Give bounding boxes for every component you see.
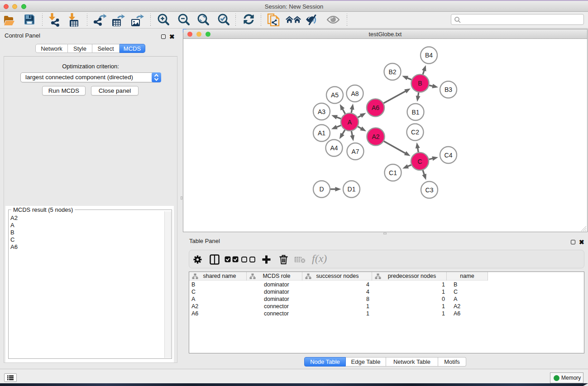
svg-text:C: C — [417, 158, 422, 165]
svg-text:B1: B1 — [411, 109, 419, 116]
svg-text:A2: A2 — [372, 133, 379, 140]
svg-text:B4: B4 — [425, 52, 433, 59]
svg-text:A7: A7 — [351, 148, 359, 155]
svg-text:D1: D1 — [348, 186, 356, 193]
svg-text:A5: A5 — [331, 91, 339, 99]
svg-text:A4: A4 — [330, 144, 338, 152]
svg-text:C1: C1 — [389, 169, 397, 176]
svg-text:A6: A6 — [372, 104, 379, 111]
svg-text:C3: C3 — [425, 186, 434, 194]
svg-text:A: A — [348, 119, 352, 126]
svg-text:C4: C4 — [445, 152, 453, 159]
svg-text:B3: B3 — [445, 86, 452, 93]
svg-text:A1: A1 — [318, 129, 325, 137]
svg-text:D: D — [319, 186, 324, 193]
svg-text:C2: C2 — [411, 129, 419, 136]
svg-text:A3: A3 — [318, 108, 325, 115]
svg-text:B: B — [418, 80, 422, 87]
svg-text:B2: B2 — [388, 68, 396, 76]
svg-text:A8: A8 — [351, 90, 359, 97]
